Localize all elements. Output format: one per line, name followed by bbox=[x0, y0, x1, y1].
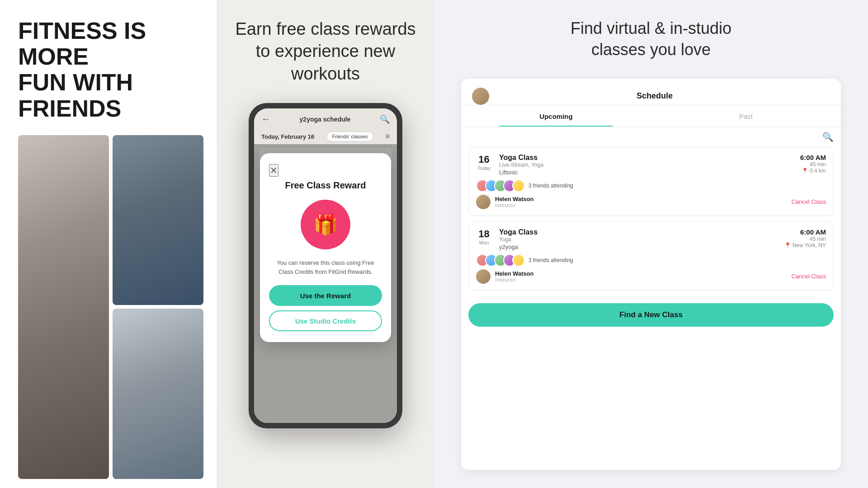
modal-overlay: ✕ Free Class Reward 🎁 You can reserve th… bbox=[254, 144, 397, 423]
photo-cell-1 bbox=[18, 135, 109, 479]
gift-icon: 🎁 bbox=[313, 213, 338, 236]
location-icon-1: 📍 bbox=[802, 168, 808, 174]
tab-past[interactable]: Past bbox=[651, 106, 841, 127]
schedule-title: Schedule bbox=[496, 91, 813, 101]
modal-description: You can reserve this class using Free Cl… bbox=[269, 258, 382, 276]
cancel-class-button-1[interactable]: Cancel Class bbox=[791, 198, 826, 205]
use-reward-button[interactable]: Use the Reward bbox=[269, 285, 382, 306]
phone-mockup: ← y2yoga schedule 🔍 Today, February 16 F… bbox=[249, 103, 402, 428]
phone-date-row: Today, February 16 Friends' classes ≡ bbox=[254, 129, 397, 144]
friends-row-1: 3 friends attending bbox=[476, 179, 826, 192]
search-row: 🔍 bbox=[461, 127, 841, 147]
phone-date: Today, February 16 bbox=[261, 133, 314, 140]
instructor-avatar-2 bbox=[476, 269, 491, 284]
filter-icon[interactable]: ≡ bbox=[386, 132, 390, 141]
panel1-title: FITNESS IS MORE FUN WITH FRIENDS bbox=[18, 18, 203, 122]
class-time-2: 6:00 AM 45 min 📍 New York, NY bbox=[784, 228, 826, 249]
user-avatar bbox=[472, 88, 489, 105]
friends-classes-button[interactable]: Friends' classes bbox=[326, 131, 374, 141]
class-card-2: 18 Mon Yoga Class Yoga y2yoga 6:00 AM 45… bbox=[468, 221, 834, 291]
schedule-header: Schedule bbox=[461, 79, 841, 105]
class-info-2: Yoga Class Yoga y2yoga bbox=[499, 228, 784, 250]
class-date-1: 16 Today bbox=[476, 154, 492, 171]
instructor-info-2: Helen Watson Instructor bbox=[495, 270, 533, 282]
photo-cell-2 bbox=[113, 135, 203, 305]
friend-avatar-5 bbox=[512, 179, 525, 192]
instructor-avatar-1 bbox=[476, 195, 491, 209]
friend-avatar-2-5 bbox=[512, 254, 525, 267]
panel2-headline: Earn free class rewards to experience ne… bbox=[226, 18, 425, 85]
panel-rewards: Earn free class rewards to experience ne… bbox=[217, 0, 434, 488]
panel-schedule: Find virtual & in-studio classes you lov… bbox=[434, 0, 868, 488]
search-icon[interactable]: 🔍 bbox=[822, 131, 834, 142]
friends-row-2: 3 friends attending bbox=[476, 254, 826, 267]
cancel-class-button-2[interactable]: Cancel Class bbox=[791, 273, 826, 280]
tab-upcoming[interactable]: Upcoming bbox=[461, 106, 651, 127]
reward-icon-circle: 🎁 bbox=[301, 200, 350, 249]
schedule-body: 16 Today Yoga Class Live-Stream, Yoga Li… bbox=[461, 147, 841, 470]
tabs-row: Upcoming Past bbox=[461, 106, 841, 127]
reward-modal: ✕ Free Class Reward 🎁 You can reserve th… bbox=[260, 153, 391, 342]
find-new-class-button[interactable]: Find a New Class bbox=[468, 303, 834, 327]
phone-screen: ← y2yoga schedule 🔍 Today, February 16 F… bbox=[254, 108, 397, 423]
phone-bg-content: ✕ Free Class Reward 🎁 You can reserve th… bbox=[254, 144, 397, 423]
class-date-2: 18 Mon bbox=[476, 228, 492, 245]
modal-close-button[interactable]: ✕ bbox=[269, 164, 278, 177]
photo-cell-3 bbox=[113, 309, 203, 479]
panel3-headline: Find virtual & in-studio classes you lov… bbox=[461, 18, 841, 61]
phone-search-icon[interactable]: 🔍 bbox=[380, 114, 390, 124]
use-studio-credits-button[interactable]: Use Studio Credits bbox=[269, 310, 382, 331]
photo-grid bbox=[18, 135, 203, 479]
modal-title: Free Class Reward bbox=[285, 180, 366, 191]
panel-fitness-friends: FITNESS IS MORE FUN WITH FRIENDS bbox=[0, 0, 217, 488]
phone-studio-title: y2yoga schedule bbox=[300, 116, 351, 123]
class-time-1: 6:00 AM 45 min 📍 0.4 km bbox=[800, 154, 826, 174]
schedule-card: Schedule Upcoming Past 🔍 16 Today bbox=[461, 79, 841, 470]
instructor-row-2: Helen Watson Instructor Cancel Class bbox=[476, 269, 826, 284]
phone-topbar: ← y2yoga schedule 🔍 bbox=[254, 108, 397, 129]
location-icon-2: 📍 bbox=[784, 242, 791, 249]
back-icon[interactable]: ← bbox=[261, 114, 270, 124]
instructor-row-1: Helen Watson Instructor Cancel Class bbox=[476, 195, 826, 209]
class-info-1: Yoga Class Live-Stream, Yoga Liftonic bbox=[499, 154, 800, 176]
class-card-1: 16 Today Yoga Class Live-Stream, Yoga Li… bbox=[468, 147, 834, 216]
instructor-info-1: Helen Watson Instructor bbox=[495, 196, 533, 208]
